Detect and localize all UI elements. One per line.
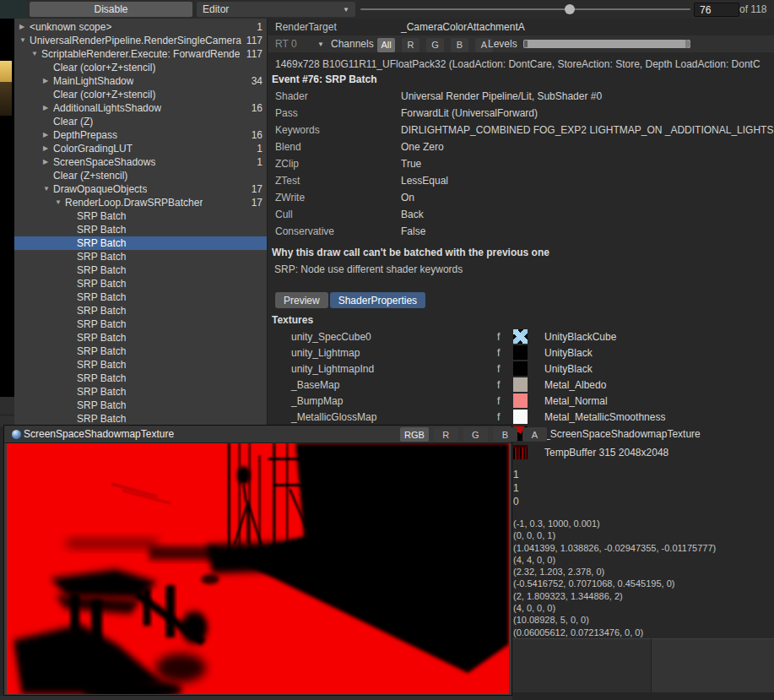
- detail-row: ZClip True: [268, 155, 774, 172]
- detail-label: Cull: [275, 206, 293, 223]
- tree-row[interactable]: Clear (Z): [14, 115, 267, 128]
- preview-channel-button[interactable]: A: [522, 427, 547, 442]
- tree-row[interactable]: SRP Batch: [14, 385, 267, 399]
- texture-thumbnail[interactable]: [513, 361, 528, 376]
- tree-row[interactable]: SRP Batch: [14, 263, 267, 277]
- detail-label: Conservative: [275, 223, 334, 240]
- texture-row[interactable]: _MetallicGlossMap f Metal_MetallicSmooth…: [268, 409, 774, 425]
- tree-row[interactable]: Clear (Z+stencil): [14, 169, 267, 182]
- foldout-arrow-icon[interactable]: ▶: [43, 128, 53, 142]
- tree-row[interactable]: SRP Batch: [14, 399, 267, 412]
- tree-row-label: Clear (Z): [53, 115, 93, 128]
- background-panel-bottom-strip: [511, 692, 774, 700]
- texture-property-name: unity_Lightmap: [291, 347, 360, 359]
- tree-row-count: 117: [246, 34, 267, 47]
- tree-row[interactable]: SRP Batch: [14, 290, 267, 304]
- tree-row[interactable]: SRP Batch: [14, 412, 267, 426]
- tree-row[interactable]: SRP Batch: [14, 345, 267, 358]
- tree-row[interactable]: SRP Batch: [14, 317, 267, 331]
- tree-row-label: DepthPrepass: [53, 128, 117, 142]
- tree-row[interactable]: ▼ ScriptableRenderer.Execute: ForwardRen…: [14, 47, 267, 61]
- tree-row[interactable]: ▼ RenderLoop.DrawSRPBatcher 17: [14, 196, 267, 209]
- tree-row[interactable]: SRP Batch: [14, 304, 267, 317]
- tree-row[interactable]: Clear (color+Z+stencil): [14, 61, 267, 74]
- channel-button[interactable]: B: [451, 38, 468, 52]
- foldout-arrow-icon[interactable]: ▼: [55, 196, 65, 209]
- tree-row[interactable]: ▼ UniversalRenderPipeline.RenderSingleCa…: [14, 34, 267, 47]
- foldout-arrow-icon[interactable]: ▼: [31, 47, 41, 61]
- texture-row[interactable]: _BumpMap f Metal_Normal: [268, 393, 774, 409]
- tree-row[interactable]: SRP Batch: [14, 236, 267, 250]
- tree-row[interactable]: SRP Batch: [14, 209, 267, 223]
- preview-channel-button[interactable]: RGB: [400, 427, 429, 442]
- detail-row: Cull Back: [268, 206, 774, 223]
- tree-row[interactable]: SRP Batch: [14, 223, 267, 236]
- tree-row-count: 16: [252, 101, 267, 115]
- tree-row[interactable]: SRP Batch: [14, 372, 267, 385]
- tab-button[interactable]: ShaderProperties: [330, 292, 425, 308]
- tab-button[interactable]: Preview: [275, 292, 328, 308]
- vector-value: (10.08928, 5, 0, 0): [513, 614, 716, 626]
- texture-thumbnail[interactable]: [513, 410, 528, 424]
- preview-title-bar[interactable]: ScreenSpaceShadowmapTexture RGB R G B A: [4, 426, 511, 443]
- tree-row[interactable]: ▶ DepthPrepass 16: [14, 128, 267, 142]
- texture-thumbnail[interactable]: [513, 393, 528, 408]
- channel-button[interactable]: G: [426, 38, 444, 52]
- tree-row[interactable]: ▶ ScreenSpaceShadows 1: [14, 155, 267, 169]
- preview-channel-button[interactable]: G: [463, 427, 488, 442]
- texture-thumbnail[interactable]: [513, 329, 528, 344]
- detail-label: ZClip: [275, 155, 299, 172]
- tree-row[interactable]: ▼ DrawOpaqueObjects 17: [14, 182, 267, 196]
- texture-thumbnail[interactable]: [513, 345, 528, 360]
- frame-slider-handle[interactable]: [565, 4, 575, 14]
- texture-row[interactable]: unity_LightmapInd f UnityBlack: [268, 361, 774, 377]
- tree-row[interactable]: ▶ MainLightShadow 34: [14, 74, 267, 88]
- channel-button[interactable]: All: [377, 38, 395, 52]
- foldout-arrow-icon[interactable]: ▶: [43, 155, 53, 169]
- tree-row-label: SRP Batch: [77, 223, 126, 236]
- tree-row-label: ColorGradingLUT: [53, 142, 133, 155]
- detail-row: Pass ForwardLit (UniversalForward): [268, 105, 774, 122]
- detail-value: On: [401, 189, 414, 206]
- preview-channel-button[interactable]: R: [434, 427, 458, 442]
- detail-value: LessEqual: [401, 172, 448, 189]
- texture-preview-window[interactable]: ScreenSpaceShadowmapTexture RGB R G B A: [3, 425, 512, 696]
- texture-row[interactable]: unity_SpecCube0 f UnityBlackCube: [268, 328, 774, 345]
- window-bottom-strip: [0, 696, 512, 700]
- frame-total-label: of 118: [739, 3, 766, 15]
- tree-row[interactable]: ▶ AdditionalLightsShadow 16: [14, 101, 267, 115]
- tree-row[interactable]: SRP Batch: [14, 331, 267, 345]
- tree-row-label: SRP Batch: [77, 412, 126, 426]
- channel-button[interactable]: R: [402, 38, 419, 52]
- tree-row[interactable]: SRP Batch: [14, 358, 267, 372]
- tree-row[interactable]: ▶ ColorGradingLUT 1: [14, 142, 267, 155]
- levels-range-slider[interactable]: [523, 40, 690, 48]
- detail-label: Keywords: [275, 122, 320, 138]
- foldout-arrow-icon[interactable]: ▼: [19, 34, 30, 47]
- frame-number-input[interactable]: 76: [694, 3, 739, 17]
- tree-row-label: SRP Batch: [77, 209, 126, 223]
- rt-index-dropdown[interactable]: RT 0 ▼: [272, 37, 327, 51]
- tree-row[interactable]: Clear (color+Z+stencil): [14, 88, 267, 101]
- target-dropdown[interactable]: Editor ▼: [197, 2, 355, 17]
- detail-value: Universal Render Pipeline/Lit, SubShader…: [401, 88, 602, 105]
- preview-channel-button[interactable]: B: [493, 427, 517, 442]
- tree-row[interactable]: SRP Batch: [14, 277, 267, 290]
- tree-row[interactable]: ▶ <unknown scope> 1: [14, 20, 267, 34]
- texture-thumbnail[interactable]: [513, 377, 528, 392]
- disable-button[interactable]: Disable: [30, 2, 192, 17]
- foldout-arrow-icon[interactable]: ▶: [19, 20, 30, 34]
- frame-slider-track[interactable]: [360, 8, 690, 10]
- foldout-arrow-icon[interactable]: ▶: [43, 101, 53, 115]
- texture-row[interactable]: unity_Lightmap f UnityBlack: [268, 345, 774, 361]
- texture-thumbnail[interactable]: [513, 445, 528, 459]
- foldout-arrow-icon[interactable]: ▶: [43, 142, 53, 155]
- tree-row-label: RenderLoop.DrawSRPBatcher: [65, 196, 203, 209]
- tree-row[interactable]: SRP Batch: [14, 250, 267, 263]
- window-tab-fragment: [0, 0, 28, 19]
- texture-flag: f: [497, 411, 500, 423]
- foldout-arrow-icon[interactable]: ▶: [43, 74, 53, 88]
- foldout-arrow-icon[interactable]: ▼: [43, 182, 53, 196]
- texture-row[interactable]: _BaseMap f Metal_Albedo: [268, 377, 774, 393]
- texture-asset-label: Metal_Normal: [544, 395, 608, 407]
